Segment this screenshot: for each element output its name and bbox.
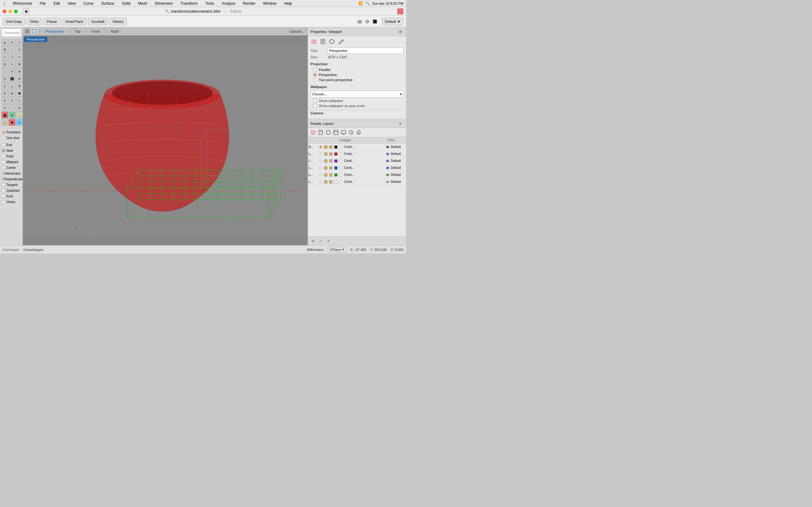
oneshot-radio[interactable] (2, 136, 5, 139)
snap-tangent[interactable]: Tangent (2, 182, 20, 187)
snap-quadrant[interactable]: Quadrant (2, 187, 20, 193)
layer-row-0[interactable]: D... Conti... (308, 144, 406, 151)
two-point-radio[interactable] (313, 78, 317, 82)
layer-row-3[interactable]: L... Conti... (308, 164, 406, 171)
menu-file[interactable]: File (38, 1, 47, 6)
snap-intersection[interactable]: Intersection (2, 170, 20, 176)
arc-tool[interactable]: ◷ (16, 46, 23, 53)
rect-tool[interactable]: □ (1, 53, 8, 60)
mesh-tool[interactable]: ⬢ (16, 90, 23, 97)
viewport-grid-icon[interactable] (24, 28, 31, 35)
tab-perspective[interactable]: Perspective (42, 29, 67, 34)
help-icon[interactable]: ? (348, 129, 354, 135)
menu-solid[interactable]: Solid (120, 1, 132, 6)
perpendicular-check[interactable] (2, 177, 3, 181)
snap-point[interactable]: Point (2, 153, 20, 159)
layer-row-4[interactable]: L... Conti... (308, 171, 406, 178)
panel-toggle-right[interactable] (397, 8, 403, 14)
layer-row-1[interactable]: L... Conti... (308, 151, 406, 158)
panel-toggle-left[interactable]: ▣ (23, 8, 29, 14)
select-tool[interactable]: ▲ (1, 39, 8, 46)
apple-menu[interactable]:  (3, 1, 6, 6)
menu-render[interactable]: Render (242, 1, 257, 6)
extend-tool[interactable]: ⊕ (16, 60, 23, 67)
show-wallpaper-row[interactable]: Show wallpaper (308, 98, 406, 103)
planar-button[interactable]: Planar (44, 18, 61, 25)
snap-end[interactable]: End (2, 142, 20, 148)
menu-window[interactable]: Window (262, 1, 278, 6)
tab-top[interactable]: Top (72, 29, 84, 34)
box-tool[interactable]: ⬛ (9, 75, 15, 82)
notification-icon[interactable] (356, 129, 362, 135)
command-input[interactable]: Command (1, 29, 21, 37)
perspective-radio-row[interactable]: Perspective (308, 72, 406, 77)
search-icon[interactable]: 🔍 (365, 1, 370, 5)
title-prop-input[interactable]: Perspective (328, 48, 403, 54)
grasshopper-tool[interactable]: ⊕ (9, 112, 15, 118)
vertex-check[interactable] (2, 200, 5, 204)
show-gray-check[interactable] (313, 104, 317, 108)
layer-render-5[interactable] (339, 180, 344, 183)
document-props-icon[interactable] (319, 38, 326, 45)
freeform-tool[interactable]: ↩ (16, 53, 23, 60)
menu-surface[interactable]: Surface (100, 1, 115, 6)
move-tool[interactable]: ✛ (1, 97, 8, 104)
boolean-union[interactable]: ⊕ (16, 82, 23, 89)
cone-tool[interactable]: △ (9, 82, 15, 89)
show-gray-row[interactable]: Show wallpaper as gray scale (308, 103, 406, 108)
layer-render-2[interactable] (339, 159, 344, 163)
layer-render-1[interactable] (339, 153, 344, 156)
camera-props-icon[interactable] (310, 38, 317, 45)
maximize-button[interactable] (14, 9, 18, 13)
grid-snap-button[interactable]: Grid Snap (3, 18, 26, 25)
scale-tool[interactable]: ⤡ (16, 97, 23, 104)
layer-row-2[interactable]: L... Conti... (308, 158, 406, 164)
link-props-icon[interactable] (337, 38, 344, 45)
close-button[interactable] (3, 9, 6, 13)
layer-visibility-2[interactable] (323, 159, 328, 163)
mirror-tool[interactable]: ⇔ (1, 104, 8, 111)
layer-settings-button[interactable] (325, 238, 332, 244)
loft-tool[interactable]: ⊡ (1, 75, 8, 82)
layer-visibility-0[interactable] (323, 146, 328, 149)
snap-oneshot[interactable]: One shot (2, 135, 20, 141)
object-icon[interactable] (325, 129, 332, 135)
layer-color-5[interactable] (334, 180, 339, 183)
center-check[interactable] (2, 166, 5, 169)
layer-color-0[interactable] (334, 146, 339, 149)
snap-midpoint[interactable]: Midpoint (2, 159, 20, 165)
layouts-button[interactable]: Layouts... (287, 29, 306, 34)
near-check[interactable]: ✓ (2, 149, 5, 152)
layer-lock-1[interactable] (328, 153, 334, 156)
page-icon[interactable] (317, 129, 324, 135)
layer-lock-5[interactable] (328, 180, 334, 183)
layers-settings-icon[interactable] (397, 120, 403, 127)
point-tool[interactable]: ⊙ (9, 39, 15, 46)
sphere-tool[interactable]: ⊚ (16, 75, 23, 82)
snap-persistent[interactable]: Persistent (2, 129, 20, 135)
layer-lock-0[interactable] (328, 146, 334, 149)
boolean-diff[interactable]: ⊖ (1, 90, 8, 97)
end-check[interactable] (2, 143, 5, 147)
polygon-tool[interactable]: ⬡ (9, 53, 15, 60)
color-tool[interactable]: ⊙ (16, 119, 23, 126)
layer-visibility-1[interactable] (323, 153, 328, 156)
menu-transform[interactable]: Transform (179, 1, 199, 6)
snap-near[interactable]: ✓ Near (2, 148, 20, 153)
surface-tool[interactable]: ⬚ (1, 68, 8, 75)
settings-icon[interactable] (397, 29, 403, 35)
layer-lock-3[interactable] (328, 166, 334, 170)
cylinder-tool[interactable]: ⌀ (1, 82, 8, 89)
hide-tool[interactable]: ⬟ (9, 119, 15, 126)
menu-analyze[interactable]: Analyze (220, 1, 237, 6)
menu-mesh[interactable]: Mesh (137, 1, 148, 6)
layer-color-2[interactable] (334, 159, 339, 163)
layer-radio-3[interactable] (318, 167, 323, 169)
layer-color-3[interactable] (334, 166, 339, 170)
layer-visibility-5[interactable] (323, 180, 328, 183)
persistent-radio[interactable] (2, 130, 5, 134)
remove-layer-button[interactable]: − (317, 238, 324, 244)
layer-radio-2[interactable] (318, 160, 323, 162)
two-point-radio-row[interactable]: Two point perspective (308, 77, 406, 82)
history-button[interactable]: History (109, 18, 127, 25)
